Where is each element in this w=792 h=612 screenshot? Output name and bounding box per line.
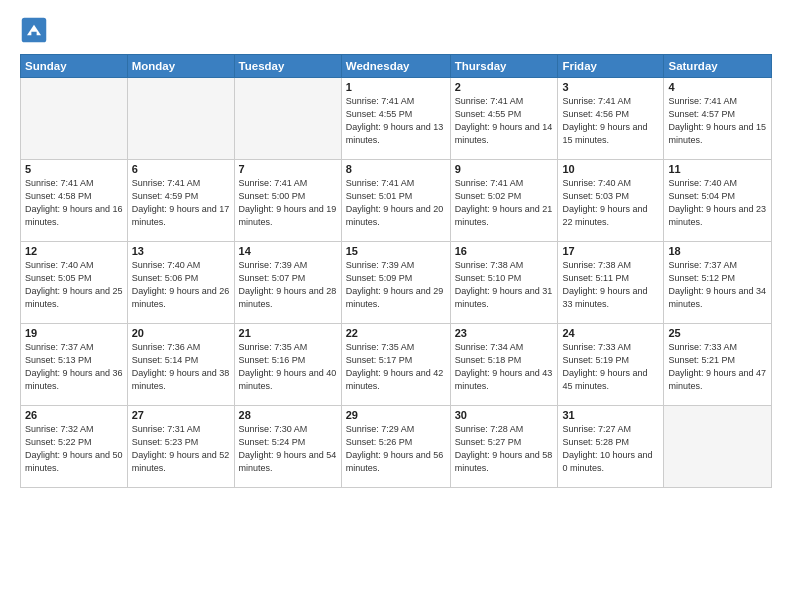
day-number: 15 bbox=[346, 245, 446, 257]
calendar-cell: 20Sunrise: 7:36 AM Sunset: 5:14 PM Dayli… bbox=[127, 324, 234, 406]
calendar-cell: 15Sunrise: 7:39 AM Sunset: 5:09 PM Dayli… bbox=[341, 242, 450, 324]
day-number: 5 bbox=[25, 163, 123, 175]
day-info: Sunrise: 7:34 AM Sunset: 5:18 PM Dayligh… bbox=[455, 341, 554, 393]
logo-icon bbox=[20, 16, 48, 44]
calendar-cell: 28Sunrise: 7:30 AM Sunset: 5:24 PM Dayli… bbox=[234, 406, 341, 488]
calendar-cell: 6Sunrise: 7:41 AM Sunset: 4:59 PM Daylig… bbox=[127, 160, 234, 242]
calendar: SundayMondayTuesdayWednesdayThursdayFrid… bbox=[20, 54, 772, 488]
calendar-cell: 11Sunrise: 7:40 AM Sunset: 5:04 PM Dayli… bbox=[664, 160, 772, 242]
day-number: 3 bbox=[562, 81, 659, 93]
day-number: 27 bbox=[132, 409, 230, 421]
day-info: Sunrise: 7:41 AM Sunset: 5:01 PM Dayligh… bbox=[346, 177, 446, 229]
logo bbox=[20, 16, 52, 44]
week-row-3: 19Sunrise: 7:37 AM Sunset: 5:13 PM Dayli… bbox=[21, 324, 772, 406]
weekday-header-thursday: Thursday bbox=[450, 55, 558, 78]
day-info: Sunrise: 7:41 AM Sunset: 4:57 PM Dayligh… bbox=[668, 95, 767, 147]
calendar-cell: 27Sunrise: 7:31 AM Sunset: 5:23 PM Dayli… bbox=[127, 406, 234, 488]
day-number: 13 bbox=[132, 245, 230, 257]
day-info: Sunrise: 7:28 AM Sunset: 5:27 PM Dayligh… bbox=[455, 423, 554, 475]
calendar-cell bbox=[127, 78, 234, 160]
week-row-1: 5Sunrise: 7:41 AM Sunset: 4:58 PM Daylig… bbox=[21, 160, 772, 242]
week-row-4: 26Sunrise: 7:32 AM Sunset: 5:22 PM Dayli… bbox=[21, 406, 772, 488]
calendar-cell: 13Sunrise: 7:40 AM Sunset: 5:06 PM Dayli… bbox=[127, 242, 234, 324]
day-number: 10 bbox=[562, 163, 659, 175]
weekday-header-monday: Monday bbox=[127, 55, 234, 78]
day-info: Sunrise: 7:38 AM Sunset: 5:10 PM Dayligh… bbox=[455, 259, 554, 311]
day-info: Sunrise: 7:41 AM Sunset: 4:55 PM Dayligh… bbox=[346, 95, 446, 147]
calendar-cell: 3Sunrise: 7:41 AM Sunset: 4:56 PM Daylig… bbox=[558, 78, 664, 160]
day-number: 16 bbox=[455, 245, 554, 257]
page: SundayMondayTuesdayWednesdayThursdayFrid… bbox=[0, 0, 792, 612]
weekday-header-wednesday: Wednesday bbox=[341, 55, 450, 78]
weekday-header-tuesday: Tuesday bbox=[234, 55, 341, 78]
calendar-cell: 26Sunrise: 7:32 AM Sunset: 5:22 PM Dayli… bbox=[21, 406, 128, 488]
calendar-cell: 24Sunrise: 7:33 AM Sunset: 5:19 PM Dayli… bbox=[558, 324, 664, 406]
day-number: 30 bbox=[455, 409, 554, 421]
calendar-cell: 9Sunrise: 7:41 AM Sunset: 5:02 PM Daylig… bbox=[450, 160, 558, 242]
calendar-cell: 5Sunrise: 7:41 AM Sunset: 4:58 PM Daylig… bbox=[21, 160, 128, 242]
day-number: 14 bbox=[239, 245, 337, 257]
day-info: Sunrise: 7:41 AM Sunset: 5:00 PM Dayligh… bbox=[239, 177, 337, 229]
day-number: 31 bbox=[562, 409, 659, 421]
calendar-cell: 19Sunrise: 7:37 AM Sunset: 5:13 PM Dayli… bbox=[21, 324, 128, 406]
day-number: 4 bbox=[668, 81, 767, 93]
day-info: Sunrise: 7:36 AM Sunset: 5:14 PM Dayligh… bbox=[132, 341, 230, 393]
calendar-cell: 29Sunrise: 7:29 AM Sunset: 5:26 PM Dayli… bbox=[341, 406, 450, 488]
day-info: Sunrise: 7:39 AM Sunset: 5:09 PM Dayligh… bbox=[346, 259, 446, 311]
day-number: 21 bbox=[239, 327, 337, 339]
day-number: 9 bbox=[455, 163, 554, 175]
day-info: Sunrise: 7:31 AM Sunset: 5:23 PM Dayligh… bbox=[132, 423, 230, 475]
calendar-cell: 1Sunrise: 7:41 AM Sunset: 4:55 PM Daylig… bbox=[341, 78, 450, 160]
day-info: Sunrise: 7:41 AM Sunset: 4:55 PM Dayligh… bbox=[455, 95, 554, 147]
header bbox=[20, 16, 772, 44]
day-info: Sunrise: 7:37 AM Sunset: 5:13 PM Dayligh… bbox=[25, 341, 123, 393]
day-number: 11 bbox=[668, 163, 767, 175]
calendar-cell: 16Sunrise: 7:38 AM Sunset: 5:10 PM Dayli… bbox=[450, 242, 558, 324]
day-number: 20 bbox=[132, 327, 230, 339]
calendar-cell bbox=[664, 406, 772, 488]
day-info: Sunrise: 7:30 AM Sunset: 5:24 PM Dayligh… bbox=[239, 423, 337, 475]
day-info: Sunrise: 7:40 AM Sunset: 5:05 PM Dayligh… bbox=[25, 259, 123, 311]
day-number: 18 bbox=[668, 245, 767, 257]
day-number: 22 bbox=[346, 327, 446, 339]
day-info: Sunrise: 7:33 AM Sunset: 5:19 PM Dayligh… bbox=[562, 341, 659, 393]
calendar-cell: 18Sunrise: 7:37 AM Sunset: 5:12 PM Dayli… bbox=[664, 242, 772, 324]
week-row-2: 12Sunrise: 7:40 AM Sunset: 5:05 PM Dayli… bbox=[21, 242, 772, 324]
calendar-cell: 4Sunrise: 7:41 AM Sunset: 4:57 PM Daylig… bbox=[664, 78, 772, 160]
day-info: Sunrise: 7:38 AM Sunset: 5:11 PM Dayligh… bbox=[562, 259, 659, 311]
day-info: Sunrise: 7:33 AM Sunset: 5:21 PM Dayligh… bbox=[668, 341, 767, 393]
day-number: 8 bbox=[346, 163, 446, 175]
day-info: Sunrise: 7:41 AM Sunset: 4:59 PM Dayligh… bbox=[132, 177, 230, 229]
day-number: 1 bbox=[346, 81, 446, 93]
calendar-cell: 10Sunrise: 7:40 AM Sunset: 5:03 PM Dayli… bbox=[558, 160, 664, 242]
weekday-header-sunday: Sunday bbox=[21, 55, 128, 78]
calendar-cell: 22Sunrise: 7:35 AM Sunset: 5:17 PM Dayli… bbox=[341, 324, 450, 406]
day-info: Sunrise: 7:39 AM Sunset: 5:07 PM Dayligh… bbox=[239, 259, 337, 311]
day-info: Sunrise: 7:40 AM Sunset: 5:03 PM Dayligh… bbox=[562, 177, 659, 229]
day-info: Sunrise: 7:37 AM Sunset: 5:12 PM Dayligh… bbox=[668, 259, 767, 311]
day-number: 25 bbox=[668, 327, 767, 339]
day-number: 17 bbox=[562, 245, 659, 257]
day-number: 19 bbox=[25, 327, 123, 339]
day-info: Sunrise: 7:29 AM Sunset: 5:26 PM Dayligh… bbox=[346, 423, 446, 475]
calendar-cell: 14Sunrise: 7:39 AM Sunset: 5:07 PM Dayli… bbox=[234, 242, 341, 324]
weekday-header-saturday: Saturday bbox=[664, 55, 772, 78]
day-number: 12 bbox=[25, 245, 123, 257]
calendar-cell: 12Sunrise: 7:40 AM Sunset: 5:05 PM Dayli… bbox=[21, 242, 128, 324]
day-info: Sunrise: 7:40 AM Sunset: 5:06 PM Dayligh… bbox=[132, 259, 230, 311]
calendar-cell: 7Sunrise: 7:41 AM Sunset: 5:00 PM Daylig… bbox=[234, 160, 341, 242]
calendar-cell bbox=[234, 78, 341, 160]
day-number: 2 bbox=[455, 81, 554, 93]
weekday-header-row: SundayMondayTuesdayWednesdayThursdayFrid… bbox=[21, 55, 772, 78]
day-number: 26 bbox=[25, 409, 123, 421]
weekday-header-friday: Friday bbox=[558, 55, 664, 78]
calendar-cell: 31Sunrise: 7:27 AM Sunset: 5:28 PM Dayli… bbox=[558, 406, 664, 488]
day-info: Sunrise: 7:35 AM Sunset: 5:16 PM Dayligh… bbox=[239, 341, 337, 393]
day-number: 24 bbox=[562, 327, 659, 339]
calendar-cell: 30Sunrise: 7:28 AM Sunset: 5:27 PM Dayli… bbox=[450, 406, 558, 488]
day-info: Sunrise: 7:41 AM Sunset: 4:58 PM Dayligh… bbox=[25, 177, 123, 229]
calendar-cell: 25Sunrise: 7:33 AM Sunset: 5:21 PM Dayli… bbox=[664, 324, 772, 406]
day-info: Sunrise: 7:35 AM Sunset: 5:17 PM Dayligh… bbox=[346, 341, 446, 393]
calendar-cell: 21Sunrise: 7:35 AM Sunset: 5:16 PM Dayli… bbox=[234, 324, 341, 406]
week-row-0: 1Sunrise: 7:41 AM Sunset: 4:55 PM Daylig… bbox=[21, 78, 772, 160]
